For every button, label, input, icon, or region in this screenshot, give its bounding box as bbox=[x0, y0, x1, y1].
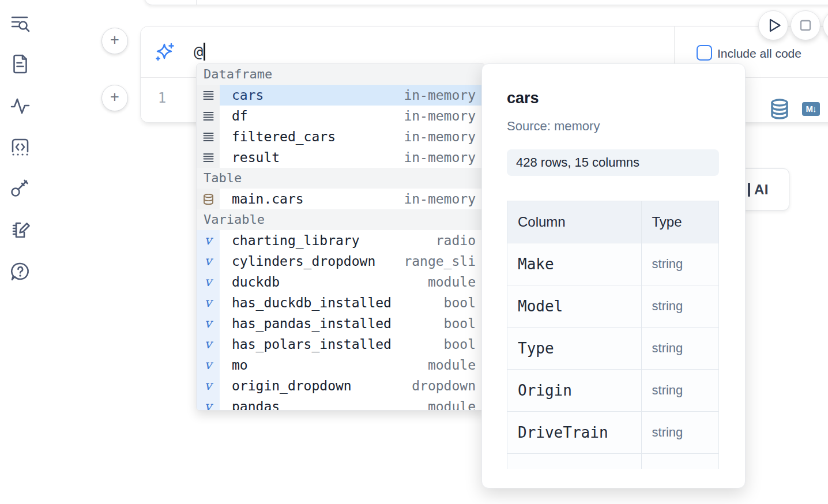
previous-cell-edge bbox=[144, 0, 828, 5]
stop-button[interactable] bbox=[791, 10, 821, 40]
autocomplete-item-pandas[interactable]: vpandasmodule bbox=[197, 396, 485, 411]
schema-table-wrap: ColumnTypeMakestringModelstringTypestrin… bbox=[507, 201, 720, 469]
autocomplete-item-df[interactable]: dfin-memory bbox=[197, 106, 485, 126]
autocomplete-item-charting_library[interactable]: vcharting_libraryradio bbox=[197, 230, 485, 251]
variable-icon: v bbox=[197, 375, 220, 396]
dataframe-icon bbox=[197, 85, 220, 106]
autocomplete-dropdown: Dataframecarsin-memorydfin-memoryfiltere… bbox=[196, 63, 485, 411]
preview-shape-badge: 428 rows, 15 columns bbox=[507, 149, 719, 176]
autocomplete-item-duckdb[interactable]: vduckdbmodule bbox=[197, 272, 485, 292]
markdown-convert-icon[interactable]: M↓ bbox=[802, 102, 820, 116]
column-type: string bbox=[641, 370, 718, 412]
column-type: string bbox=[641, 243, 718, 285]
item-name: result bbox=[232, 150, 280, 165]
item-name: cars bbox=[232, 88, 264, 103]
item-name: origin_dropdown bbox=[232, 378, 352, 393]
autocomplete-item-has_duckdb_installed[interactable]: vhas_duckdb_installedbool bbox=[197, 292, 485, 313]
item-meta: module bbox=[428, 274, 476, 289]
autocomplete-item-has_polars_installed[interactable]: vhas_polars_installedbool bbox=[197, 334, 485, 355]
item-meta: module bbox=[428, 358, 476, 373]
item-meta: bool bbox=[444, 316, 476, 331]
variable-icon: v bbox=[197, 396, 220, 411]
item-meta: bool bbox=[444, 295, 476, 310]
schema-table: ColumnTypeMakestringModelstringTypestrin… bbox=[507, 201, 719, 469]
help-bubble-icon[interactable] bbox=[9, 261, 31, 283]
play-icon bbox=[759, 11, 788, 40]
stop-icon bbox=[791, 11, 820, 40]
column-name: Origin bbox=[507, 370, 642, 412]
clipped-letter bbox=[748, 183, 750, 197]
list-search-icon[interactable] bbox=[9, 13, 31, 35]
schema-header-type: Type bbox=[641, 201, 718, 243]
item-name: has_polars_installed bbox=[232, 337, 392, 352]
autocomplete-item-has_pandas_installed[interactable]: vhas_pandas_installedbool bbox=[197, 313, 485, 334]
preview-title: cars bbox=[507, 89, 539, 107]
column-name: DriveTrain bbox=[507, 412, 642, 454]
variable-icon: v bbox=[197, 313, 220, 334]
item-name: pandas bbox=[232, 399, 280, 411]
add-cell-above-button[interactable]: + bbox=[101, 28, 128, 54]
include-all-code-label: Include all code bbox=[717, 47, 801, 61]
autocomplete-item-filtered_cars[interactable]: filtered_carsin-memory bbox=[197, 126, 485, 147]
item-name: df bbox=[232, 108, 248, 123]
column-type: string bbox=[641, 412, 718, 454]
variable-icon: v bbox=[197, 230, 220, 251]
activity-icon[interactable] bbox=[9, 95, 31, 116]
schema-row: Originstring bbox=[507, 370, 719, 412]
item-name: has_duckdb_installed bbox=[232, 295, 392, 310]
autocomplete-item-cars[interactable]: carsin-memory bbox=[197, 85, 485, 106]
database-icon[interactable] bbox=[770, 99, 789, 119]
prompt-value: @ bbox=[194, 43, 203, 61]
autocomplete-section-header: Variable bbox=[197, 209, 485, 230]
include-all-code-checkbox[interactable] bbox=[697, 45, 712, 61]
file-text-icon[interactable] bbox=[9, 53, 31, 75]
ai-button-label: AI bbox=[754, 182, 769, 198]
sidebar bbox=[0, 0, 42, 504]
preview-source: Source: memory bbox=[507, 119, 600, 134]
table-icon bbox=[197, 189, 220, 209]
item-name: filtered_cars bbox=[232, 129, 336, 144]
item-meta: module bbox=[428, 399, 476, 411]
autocomplete-section-header: Table bbox=[197, 168, 485, 189]
dataframe-preview-panel: cars Source: memory 428 rows, 15 columns… bbox=[481, 63, 746, 488]
item-meta: in-memory bbox=[404, 108, 476, 123]
item-name: main.cars bbox=[232, 191, 304, 206]
schema-row: Typestring bbox=[507, 328, 719, 370]
run-cell-button[interactable] bbox=[758, 10, 788, 40]
dataframe-icon bbox=[197, 106, 220, 126]
autocomplete-item-main.cars[interactable]: main.carsin-memory bbox=[197, 189, 485, 209]
autocomplete-item-cylinders_dropdown[interactable]: vcylinders_dropdownrange_sli bbox=[197, 251, 485, 272]
item-meta: in-memory bbox=[404, 191, 476, 206]
variable-icon: v bbox=[197, 292, 220, 313]
autocomplete-section-header: Dataframe bbox=[197, 64, 485, 85]
item-meta: in-memory bbox=[404, 150, 476, 165]
autocomplete-item-origin_dropdown[interactable]: vorigin_dropdowndropdown bbox=[197, 375, 485, 396]
item-name: has_pandas_installed bbox=[232, 316, 392, 331]
ai-prompt-input[interactable]: @ bbox=[194, 43, 205, 61]
variable-icon: v bbox=[197, 251, 220, 272]
schema-row: DriveTrainstring bbox=[507, 412, 719, 454]
schema-row-clipped bbox=[507, 454, 719, 469]
variable-icon: v bbox=[197, 272, 220, 292]
autocomplete-item-mo[interactable]: vmomodule bbox=[197, 355, 485, 375]
key-icon[interactable] bbox=[9, 177, 31, 199]
item-name: mo bbox=[232, 358, 248, 373]
column-name: Type bbox=[507, 328, 642, 370]
item-meta: bool bbox=[444, 337, 476, 352]
item-name: duckdb bbox=[232, 274, 280, 289]
column-name: Make bbox=[507, 243, 642, 285]
schema-row: Modelstring bbox=[507, 285, 719, 328]
item-meta: in-memory bbox=[404, 129, 476, 144]
code-block-icon[interactable] bbox=[9, 136, 31, 158]
add-cell-below-button[interactable]: + bbox=[101, 85, 128, 111]
column-name: Model bbox=[507, 285, 642, 328]
variable-icon: v bbox=[197, 334, 220, 355]
column-type: string bbox=[641, 328, 718, 370]
autocomplete-item-result[interactable]: resultin-memory bbox=[197, 147, 485, 168]
schema-row: Makestring bbox=[507, 243, 719, 285]
item-meta: dropdown bbox=[412, 378, 476, 393]
line-number: 1 bbox=[152, 90, 172, 106]
item-meta: in-memory bbox=[404, 88, 476, 103]
notebook-edit-icon[interactable] bbox=[9, 219, 31, 240]
dataframe-icon bbox=[197, 147, 220, 168]
